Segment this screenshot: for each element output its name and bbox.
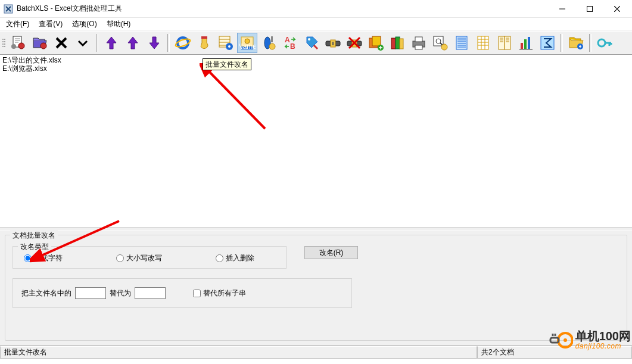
- close-button[interactable]: [603, 0, 631, 18]
- search-settings-icon: [432, 35, 449, 51]
- file-list-row[interactable]: E:\浏览器.xlsx: [2, 64, 630, 73]
- sheets-icon: [368, 35, 384, 51]
- pages-icon: [496, 35, 513, 51]
- file-list[interactable]: E:\导出的文件.xlsx E:\浏览器.xlsx 批量文件改名: [0, 55, 632, 228]
- tb-key[interactable]: [594, 33, 615, 53]
- file-list-row[interactable]: E:\导出的文件.xlsx: [2, 56, 630, 64]
- watermark-url: danji100.com: [575, 342, 631, 350]
- remove-icon: [53, 35, 70, 51]
- tb-ab-replace[interactable]: AB: [280, 33, 300, 53]
- tag-icon: [303, 35, 320, 51]
- tb-printer[interactable]: [409, 33, 429, 53]
- add-doc-icon: [10, 35, 27, 51]
- svg-point-53: [563, 338, 567, 342]
- tb-pages[interactable]: [494, 33, 515, 53]
- tb-sheets[interactable]: [366, 33, 386, 53]
- type-title: 改名类型: [18, 242, 51, 252]
- rename-panel: 文档批量改名 改名类型 替代字符 大小写改写 插入删除 改名(R) 把主文件名中…: [0, 231, 632, 346]
- page-grid-icon: [475, 35, 491, 51]
- tb-remove[interactable]: [51, 33, 71, 53]
- opt-replace[interactable]: 替代字符: [24, 253, 63, 263]
- menu-help[interactable]: 帮助(H): [102, 18, 136, 30]
- svg-rect-25: [332, 42, 334, 45]
- tb-search-settings[interactable]: [430, 33, 450, 53]
- toolbar-tooltip: 批量文件改名: [203, 58, 251, 70]
- svg-point-4: [18, 43, 24, 49]
- rename-button[interactable]: 改名(R): [304, 246, 358, 259]
- svg-rect-45: [524, 39, 527, 49]
- svg-rect-46: [528, 37, 530, 49]
- opt-insert-radio[interactable]: [216, 254, 223, 262]
- tb-add-folder[interactable]: [30, 33, 50, 53]
- opt-replace-radio[interactable]: [24, 254, 32, 262]
- up-arrow-alt-icon: [124, 35, 141, 51]
- svg-text:Name: Name: [239, 42, 256, 51]
- toolbar-separator: [561, 34, 563, 52]
- tb-move-down[interactable]: [144, 33, 164, 53]
- svg-point-49: [598, 39, 605, 46]
- to-input[interactable]: [135, 287, 166, 299]
- tb-batch-rename[interactable]: Name: [237, 33, 257, 53]
- name-tag-icon: Name: [239, 35, 256, 51]
- svg-rect-29: [372, 36, 381, 46]
- tb-ie[interactable]: [173, 33, 193, 53]
- replace-all-substrings[interactable]: 替代所有子串: [193, 288, 246, 298]
- svg-point-12: [228, 45, 231, 48]
- tb-open-folder[interactable]: [566, 33, 586, 53]
- rename-type-group: 改名类型 替代字符 大小写改写 插入删除: [13, 246, 287, 269]
- svg-point-18: [269, 43, 275, 49]
- opt-insert[interactable]: 插入删除: [216, 253, 254, 263]
- minimize-button[interactable]: [549, 0, 576, 18]
- tb-attach[interactable]: [259, 33, 279, 53]
- opt-case[interactable]: 大小写改写: [116, 253, 162, 263]
- maximize-button[interactable]: [576, 0, 603, 18]
- up-arrow-icon: [103, 35, 120, 51]
- status-left: 批量文件改名: [0, 346, 477, 359]
- svg-rect-9: [201, 36, 207, 39]
- tb-move-up[interactable]: [101, 33, 122, 53]
- tb-page-grid[interactable]: [473, 33, 493, 53]
- menu-view[interactable]: 查看(V): [34, 18, 67, 30]
- tb-sock[interactable]: [194, 33, 214, 53]
- find-input[interactable]: [75, 287, 106, 299]
- tb-move-up-alt[interactable]: [123, 33, 143, 53]
- down-arrow-icon: [146, 35, 163, 51]
- tb-bar-chart[interactable]: [516, 33, 536, 53]
- rename-groupbox: 文档批量改名 改名类型 替代字符 大小写改写 插入删除 改名(R) 把主文件名中…: [5, 235, 627, 341]
- group-title: 文档批量改名: [10, 231, 58, 241]
- tb-panel-settings[interactable]: [216, 33, 236, 53]
- close-icon: [614, 6, 620, 12]
- tb-add-doc[interactable]: [8, 33, 29, 53]
- minimize-icon: [559, 6, 565, 12]
- svg-rect-44: [521, 43, 523, 49]
- tb-books[interactable]: [387, 33, 407, 53]
- window-title: BatchXLS - Excel文档批处理工具: [17, 4, 122, 14]
- svg-text:A: A: [285, 36, 290, 44]
- tb-nav-down[interactable]: [73, 33, 93, 53]
- books-icon: [389, 35, 406, 51]
- svg-point-8: [175, 38, 191, 48]
- tb-belt-delete[interactable]: [344, 33, 365, 53]
- toolbar-grip: [2, 33, 6, 52]
- tb-page-blue[interactable]: [452, 33, 472, 53]
- bar-chart-icon: [518, 35, 534, 51]
- menu-option[interactable]: 选项(O): [67, 18, 101, 30]
- svg-rect-33: [400, 39, 403, 49]
- svg-rect-41: [478, 36, 488, 49]
- svg-rect-2: [587, 6, 593, 11]
- opt-case-radio[interactable]: [116, 254, 124, 262]
- sock-icon: [196, 35, 213, 51]
- svg-text:B: B: [290, 42, 295, 51]
- ab-replace-icon: AB: [282, 35, 298, 51]
- toolbar-separator: [589, 34, 591, 52]
- tb-belt[interactable]: [323, 33, 343, 53]
- replace-all-checkbox[interactable]: [193, 290, 201, 297]
- menu-file[interactable]: 文件(F): [1, 18, 34, 30]
- svg-rect-35: [415, 37, 422, 42]
- annotation-arrow: [200, 63, 271, 135]
- toolbar: Name AB: [0, 31, 632, 55]
- tb-tag[interactable]: [301, 33, 322, 53]
- watermark-name: 单机100网: [575, 330, 631, 342]
- replace-group: 把主文件名中的 替代为 替代所有子串: [13, 278, 352, 308]
- tb-sigma[interactable]: [537, 33, 558, 53]
